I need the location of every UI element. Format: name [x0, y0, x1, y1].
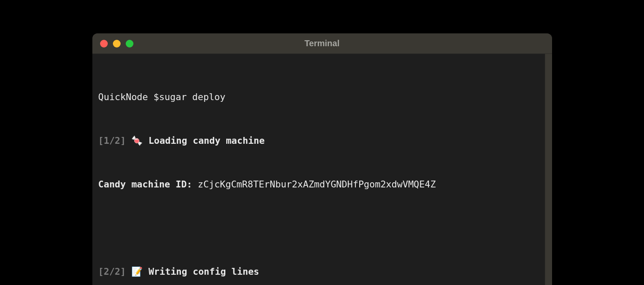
terminal-body[interactable]: QuickNode $sugar deploy [1/2] 🍬 Loading …	[92, 54, 544, 285]
candy-id-value: zCjcKgCmR8TErNbur2xAZmdYGNDHfPgom2xdwVMQ…	[198, 179, 436, 190]
candy-id-line: Candy machine ID: zCjcKgCmR8TErNbur2xAZm…	[98, 177, 538, 192]
traffic-lights	[92, 40, 133, 48]
candy-id-label: Candy machine ID:	[98, 179, 192, 190]
ps1: QuickNode $	[98, 92, 159, 102]
command-line: QuickNode $sugar deploy	[98, 90, 538, 104]
minimize-icon[interactable]	[113, 40, 121, 48]
close-icon[interactable]	[100, 40, 108, 48]
window-title: Terminal	[92, 39, 552, 48]
step1-label: Loading candy machine	[148, 135, 265, 146]
memo-icon: 📝	[131, 266, 143, 277]
titlebar[interactable]: Terminal	[92, 33, 552, 54]
command: sugar deploy	[159, 92, 225, 102]
blank-line	[98, 221, 538, 235]
scrollbar-track[interactable]	[545, 54, 552, 285]
terminal-window: Terminal QuickNode $sugar deploy [1/2] 🍬…	[92, 33, 552, 285]
step2-line: [2/2] 📝 Writing config lines	[98, 264, 538, 279]
candy-icon: 🍬	[131, 135, 143, 146]
zoom-icon[interactable]	[126, 40, 133, 48]
step2-tag: [2/2]	[98, 266, 126, 277]
step2-label: Writing config lines	[148, 266, 259, 277]
step1-tag: [1/2]	[98, 135, 126, 146]
step1-line: [1/2] 🍬 Loading candy machine	[98, 134, 538, 148]
